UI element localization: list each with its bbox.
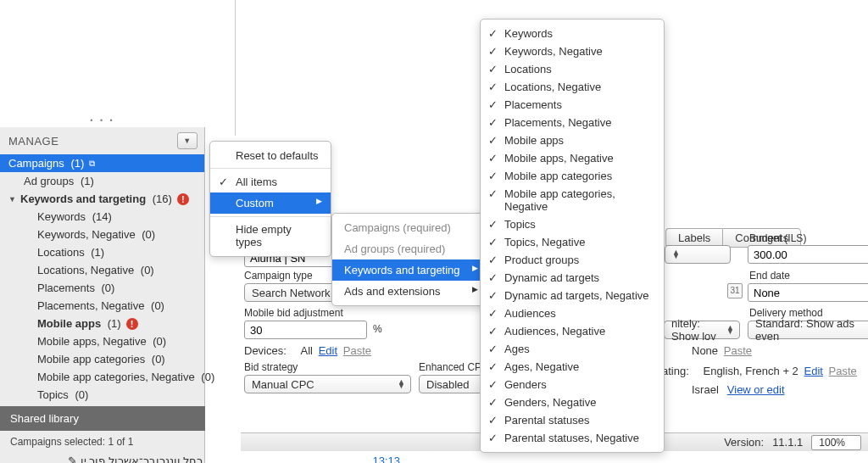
tree-row[interactable]: Campaigns (1)⧉ — [0, 154, 204, 172]
submenu-campaigns[interactable]: Campaigns (required) — [332, 217, 487, 238]
devices-label: Devices: All Edit Paste — [244, 344, 371, 357]
tree-row[interactable]: ▼Keywords and targeting (16)! — [0, 190, 204, 208]
languages-paste-link[interactable]: Paste — [829, 365, 857, 377]
ad-rotation-select[interactable]: nitely: Show lov ▲▼ — [664, 321, 740, 339]
custom-submenu: Campaigns (required) Ad groups (required… — [331, 213, 487, 306]
end-date-input[interactable] — [748, 283, 868, 302]
tree-row[interactable]: Ad groups (1) — [0, 172, 204, 190]
disclosure-triangle-icon: ▼ — [8, 195, 17, 204]
zoom-box[interactable]: 100% — [811, 435, 861, 450]
tree-row[interactable]: Mobile app categories, Negative (0) — [0, 368, 204, 386]
percent-label: % — [373, 323, 382, 335]
tree-row[interactable]: Keywords, Negative (0) — [0, 226, 204, 243]
devices-paste-link[interactable]: Paste — [343, 344, 371, 357]
manage-label: MANAGE — [8, 135, 58, 148]
menu-hide-empty[interactable]: Hide empty types — [210, 216, 331, 253]
submenu-adgroups[interactable]: Ad groups (required) — [332, 238, 487, 259]
locations-view-edit-link[interactable]: View or edit — [727, 383, 785, 396]
checklist-item[interactable]: Audiences — [481, 304, 664, 322]
unknown-select[interactable]: ▲▼ — [665, 245, 731, 264]
version-label: Version: — [724, 436, 764, 449]
tree-row[interactable]: Keywords (14) — [0, 208, 204, 226]
checklist-item[interactable]: Locations, Negative — [481, 78, 664, 96]
enhanced-cpc-label: Enhanced CPC — [419, 361, 489, 373]
checklist-item[interactable]: Ages, Negative — [481, 358, 664, 376]
checklist-item[interactable]: Keywords, Negative — [481, 42, 664, 60]
shared-library-row[interactable]: Shared library — [0, 406, 205, 431]
tree-row[interactable]: Mobile app categories (0) — [0, 350, 204, 368]
bottom-scrap: ✎ רחל וונגרובר־אשכול פור יו 13:13 — [68, 455, 400, 463]
external-link-icon: ⧉ — [89, 159, 95, 169]
panel-resize-handle[interactable]: • • • — [0, 116, 205, 125]
campaign-type-label: Campaign type — [244, 270, 313, 282]
submenu-ads-extensions[interactable]: Ads and extensions — [332, 281, 487, 302]
tree-row[interactable]: Mobile apps, Negative (0) — [0, 332, 204, 350]
tree-row[interactable]: Locations (1) — [0, 243, 204, 261]
schedule-paste-link[interactable]: Paste — [724, 344, 752, 357]
tree-row[interactable]: Placements (0) — [0, 279, 204, 297]
manage-dropdown-menu: Reset to defaults All items Custom Hide … — [209, 141, 331, 257]
alert-icon: ! — [177, 193, 189, 205]
devices-edit-link[interactable]: Edit — [319, 344, 337, 357]
schedule-none: None Paste — [692, 344, 752, 357]
bid-strategy-label: Bid strategy — [244, 361, 298, 373]
menu-reset-defaults[interactable]: Reset to defaults — [210, 145, 331, 169]
tree-row[interactable]: Placements, Negative (0) — [0, 297, 204, 315]
menu-all-items[interactable]: All items — [210, 171, 331, 192]
checklist-item[interactable]: Ages — [481, 340, 664, 358]
tree-row[interactable]: Locations, Negative (0) — [0, 261, 204, 279]
selection-status: Campaigns selected: 1 of 1 — [0, 432, 205, 451]
select-arrows-icon: ▲▼ — [398, 380, 405, 388]
mobile-bid-label: Mobile bid adjustment — [244, 307, 343, 319]
checklist-item[interactable]: Genders — [481, 376, 664, 393]
checklist-item[interactable]: Placements — [481, 96, 664, 114]
checklist-item[interactable]: Placements, Negative — [481, 114, 664, 131]
delivery-select[interactable]: Standard: Show ads even — [748, 321, 868, 339]
select-arrows-icon: ▲▼ — [726, 326, 734, 334]
select-arrows-icon: ▲▼ — [672, 250, 680, 259]
languages-row: ating: English, French + 2 Edit Paste — [662, 365, 857, 377]
checklist-item[interactable]: Product groups — [481, 251, 664, 269]
checklist-item[interactable]: Mobile app categories, Negative — [481, 185, 664, 215]
submenu-keywords-targeting[interactable]: Keywords and targeting — [332, 259, 487, 281]
budget-label: Budget (ILS) — [749, 232, 806, 244]
checklist-item[interactable]: Topics — [481, 215, 664, 233]
checklist-item[interactable]: Mobile apps, Negative — [481, 149, 664, 167]
tree-row[interactable]: Mobile apps (1)! — [0, 315, 204, 332]
checklist-item[interactable]: Topics, Negative — [481, 233, 664, 251]
locations-row: Israel View or edit — [692, 383, 785, 396]
checklist-item[interactable]: Locations — [481, 60, 664, 78]
checklist-item[interactable]: Audiences, Negative — [481, 322, 664, 340]
targeting-checklist: KeywordsKeywords, NegativeLocationsLocat… — [480, 19, 665, 453]
languages-edit-link[interactable]: Edit — [804, 365, 823, 377]
calendar-icon[interactable]: 31 — [727, 283, 743, 298]
checklist-item[interactable]: Parental statuses — [481, 411, 664, 429]
mobile-bid-input[interactable] — [244, 321, 367, 339]
checklist-item[interactable]: Keywords — [481, 25, 664, 42]
tree-row[interactable]: Topics (0) — [0, 386, 204, 404]
checklist-item[interactable]: Dynamic ad targets — [481, 269, 664, 287]
checklist-item[interactable]: Parental statuses, Negative — [481, 429, 664, 447]
sidebar-tree: Campaigns (1)⧉Ad groups (1)▼Keywords and… — [0, 154, 204, 421]
end-date-label: End date — [749, 270, 790, 282]
budget-input[interactable] — [748, 245, 868, 264]
checklist-item[interactable]: Genders, Negative — [481, 393, 664, 411]
alert-icon: ! — [126, 318, 138, 330]
checklist-item[interactable]: Mobile apps — [481, 131, 664, 149]
version-value: 11.1.1 — [772, 436, 803, 449]
checklist-item[interactable]: Mobile app categories — [481, 167, 664, 185]
checklist-item[interactable]: Dynamic ad targets, Negative — [481, 287, 664, 304]
bid-strategy-select[interactable]: Manual CPC ▲▼ — [244, 375, 411, 393]
menu-custom[interactable]: Custom — [210, 192, 331, 214]
manage-dropdown-button[interactable]: ▼ — [177, 132, 198, 149]
